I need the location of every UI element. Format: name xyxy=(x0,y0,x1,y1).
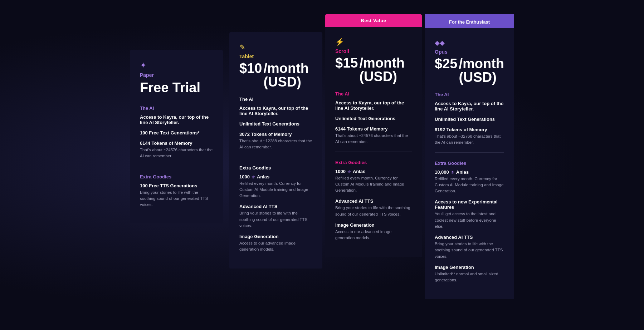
opus-tts-desc: Bring your stories to life with the soot… xyxy=(435,241,504,260)
paper-memory-desc: That's about ~24576 characters that the … xyxy=(140,147,213,159)
scroll-text-gens: Unlimited Text Generations xyxy=(335,116,412,121)
paper-ai-access-text: Access to Kayra, our top of the line AI … xyxy=(140,114,213,125)
paper-tts-title: 100 Free TTS Generations xyxy=(140,183,213,188)
opus-experimental: Access to new Experimental Features You'… xyxy=(435,199,504,230)
tablet-tts-title: Advanced AI TTS xyxy=(239,204,312,209)
tablet-anlas-label: Anlas xyxy=(257,174,269,179)
opus-experimental-title: Access to new Experimental Features xyxy=(435,199,504,210)
scroll-memory-title: 6144 Tokens of Memory xyxy=(335,126,412,132)
scroll-anlas-label: Anlas xyxy=(353,169,365,174)
scroll-memory-desc: That's about ~24576 characters that the … xyxy=(335,133,412,145)
opus-ai-section-label: The AI xyxy=(435,92,504,97)
paper-ai-section-label: The AI xyxy=(140,105,213,111)
opus-anlas: 10,000 ⚜ Anlas Refilled every month. Cur… xyxy=(435,169,504,194)
scroll-plan-card: ⚡ Scroll $15 /month (USD) The AI Access … xyxy=(325,27,422,257)
opus-anlas-amount: 10,000 xyxy=(435,169,449,175)
paper-plan-card: ✦ Paper Free Trial The AI Access to Kayr… xyxy=(130,50,223,223)
scroll-price: $15 xyxy=(335,56,358,70)
tablet-anlas-desc: Refilled every month. Currency for Custo… xyxy=(239,181,312,199)
opus-plan-name: Opus xyxy=(435,49,504,55)
opus-img-title: Image Generation xyxy=(435,265,504,270)
tablet-ai-section-label: The AI xyxy=(239,97,312,102)
scroll-memory: 6144 Tokens of Memory That's about ~2457… xyxy=(335,126,412,145)
scroll-img-desc: Access to our advanced image generation … xyxy=(335,229,412,241)
opus-experimental-desc: You'll get access to the latest and cool… xyxy=(435,211,504,230)
scroll-tts: Advanced AI TTS Bring your stories to li… xyxy=(335,198,412,217)
tablet-tts: Advanced AI TTS Bring your stories to li… xyxy=(239,204,312,229)
paper-goodies-label: Extra Goodies xyxy=(140,174,213,179)
scroll-tts-desc: Bring your stories to life with the soot… xyxy=(335,205,412,217)
paper-ai-access: Access to Kayra, our top of the line AI … xyxy=(140,114,213,125)
opus-text-gens-text: Unlimited Text Generations xyxy=(435,117,504,122)
paper-icon: ✦ xyxy=(140,61,213,70)
tablet-tts-desc: Bring your stories to life with the soot… xyxy=(239,210,312,229)
tablet-price: $10 xyxy=(239,61,262,75)
scroll-anlas-amount: 1000 xyxy=(335,169,346,174)
scroll-tts-title: Advanced AI TTS xyxy=(335,198,412,204)
scroll-ai-access: Access to Kayra, our top of the line AI … xyxy=(335,100,412,111)
tablet-memory: 3072 Tokens of Memory That's about ~1228… xyxy=(239,132,312,151)
scroll-plan-name: Scroll xyxy=(335,48,412,54)
scroll-text-gens-text: Unlimited Text Generations xyxy=(335,116,412,121)
scroll-anlas-icon: ⚜ xyxy=(347,169,351,174)
paper-tts: 100 Free TTS Generations Bring your stor… xyxy=(140,183,213,208)
scroll-period: /month (USD) xyxy=(359,56,412,83)
tablet-anlas: 1000 ⚜ Anlas Refilled every month. Curre… xyxy=(239,174,312,199)
tablet-img-desc: Access to our advanced image generation … xyxy=(239,240,312,253)
opus-price: $25 xyxy=(435,57,457,70)
scroll-best-value-banner: Best Value xyxy=(325,14,422,27)
opus-anlas-icon: ⚜ xyxy=(450,170,455,175)
opus-text-gens: Unlimited Text Generations xyxy=(435,117,504,122)
opus-ai-access-text: Access to Kayra, our top of the line AI … xyxy=(435,101,504,112)
opus-anlas-label: Anlas xyxy=(456,169,469,175)
opus-enthusiast-banner: For the Enthusiast xyxy=(425,16,514,28)
opus-tts-title: Advanced AI TTS xyxy=(435,235,504,240)
tablet-img: Image Generation Access to our advanced … xyxy=(239,234,312,253)
opus-goodies-label: Extra Goodies xyxy=(435,161,504,166)
scroll-anlas: 1000 ⚜ Anlas Refilled every month. Curre… xyxy=(335,169,412,194)
tablet-plan-card: ✎ Tablet $10 /month (USD) The AI Access … xyxy=(229,32,322,269)
tablet-memory-title: 3072 Tokens of Memory xyxy=(239,132,312,137)
paper-plan-title: Free Trial xyxy=(140,80,213,95)
opus-memory: 8192 Tokens of Memory That's about ~3276… xyxy=(435,127,504,146)
tablet-period: /month (USD) xyxy=(263,61,312,89)
tablet-text-gens: Unlimited Text Generations xyxy=(239,121,312,127)
tablet-ai-access-text: Access to Kayra, our top of the line AI … xyxy=(239,105,312,116)
scroll-img-title: Image Generation xyxy=(335,222,412,228)
tablet-img-title: Image Generation xyxy=(239,234,312,239)
tablet-memory-desc: That's about ~12288 characters that the … xyxy=(239,138,312,151)
tablet-plan-name: Tablet xyxy=(239,54,312,59)
opus-ai-access: Access to Kayra, our top of the line AI … xyxy=(435,101,504,112)
paper-plan-name: Paper xyxy=(140,72,213,78)
tablet-goodies-label: Extra Goodies xyxy=(239,165,312,171)
tablet-anlas-amount: 1000 xyxy=(239,174,250,179)
scroll-anlas-desc: Refilled every month. Currency for Custo… xyxy=(335,175,412,194)
scroll-icon: ⚡ xyxy=(335,38,412,46)
opus-memory-title: 8192 Tokens of Memory xyxy=(435,127,504,132)
scroll-ai-access-text: Access to Kayra, our top of the line AI … xyxy=(335,100,412,111)
paper-tts-desc: Bring your stories to life with the soot… xyxy=(140,189,213,208)
paper-text-gens: 100 Free Text Generations* xyxy=(140,130,213,136)
opus-period: /month (USD) xyxy=(459,57,504,84)
opus-img: Image Generation Unlimited** normal and … xyxy=(435,265,504,284)
scroll-img: Image Generation Access to our advanced … xyxy=(335,222,412,241)
tablet-anlas-icon: ⚜ xyxy=(251,174,255,180)
tablet-ai-access: Access to Kayra, our top of the line AI … xyxy=(239,105,312,116)
opus-anlas-desc: Refilled every month. Currency for Custo… xyxy=(435,176,504,194)
scroll-ai-section-label: The AI xyxy=(335,91,412,97)
paper-memory: 6144 Tokens of Memory That's about ~2457… xyxy=(140,141,213,159)
paper-text-gens-text: 100 Free Text Generations* xyxy=(140,130,213,136)
paper-memory-title: 6144 Tokens of Memory xyxy=(140,141,213,146)
opus-tts: Advanced AI TTS Bring your stories to li… xyxy=(435,235,504,260)
opus-memory-desc: That's about ~32768 characters that the … xyxy=(435,133,504,146)
opus-icon: ◆◆ xyxy=(435,39,504,47)
tablet-icon: ✎ xyxy=(239,43,312,51)
opus-img-desc: Unlimited** normal and small sized gener… xyxy=(435,271,504,284)
scroll-goodies-label: Extra Goodies xyxy=(335,160,412,165)
tablet-text-gens-text: Unlimited Text Generations xyxy=(239,121,312,127)
opus-plan-card: ◆◆ Opus $25 /month (USD) The AI Access t… xyxy=(425,28,514,299)
